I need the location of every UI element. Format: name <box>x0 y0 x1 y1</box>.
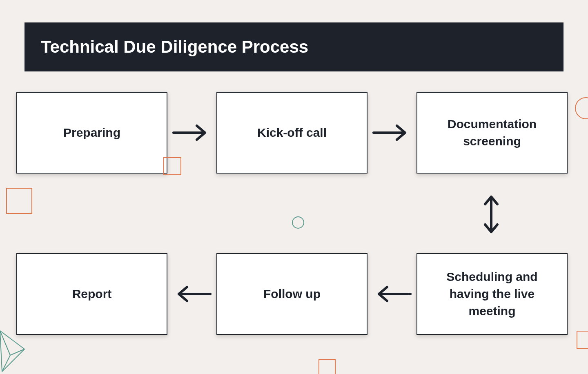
deco-circle-icon <box>575 97 588 119</box>
svg-marker-5 <box>0 331 24 372</box>
step-report: Report <box>16 253 167 335</box>
page-title: Technical Due Diligence Process <box>41 37 308 57</box>
step-label: Report <box>72 285 112 303</box>
step-label: Preparing <box>63 124 120 141</box>
step-docscreen: Documentation screening <box>416 92 568 174</box>
deco-square-icon <box>318 359 336 374</box>
step-kickoff: Kick-off call <box>216 92 368 174</box>
svg-line-8 <box>2 355 10 372</box>
step-followup: Follow up <box>216 253 368 335</box>
step-label: Scheduling and having the live meeting <box>430 268 555 320</box>
deco-circle-icon <box>292 216 304 229</box>
arrow-right-icon <box>172 122 212 143</box>
svg-line-7 <box>10 349 24 355</box>
step-preparing: Preparing <box>16 92 167 174</box>
deco-square-icon <box>577 331 588 349</box>
deco-square-icon <box>163 157 181 175</box>
arrow-right-icon <box>372 122 412 143</box>
step-label: Documentation screening <box>430 116 555 150</box>
deco-triangle-icon <box>0 327 29 374</box>
arrow-left-icon <box>372 284 412 304</box>
arrow-updown-icon <box>481 192 501 237</box>
step-scheduling: Scheduling and having the live meeting <box>416 253 568 335</box>
step-label: Kick-off call <box>257 124 327 141</box>
deco-square-icon <box>6 188 32 214</box>
step-label: Follow up <box>263 285 321 303</box>
arrow-left-icon <box>172 284 212 304</box>
title-bar: Technical Due Diligence Process <box>24 22 564 71</box>
